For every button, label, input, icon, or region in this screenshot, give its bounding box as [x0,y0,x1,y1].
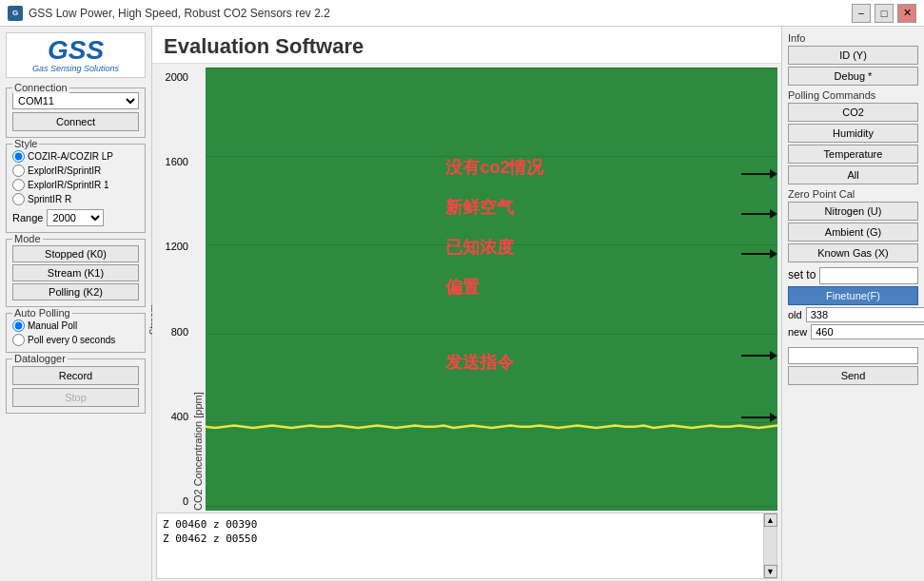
stopped-button[interactable]: Stopped (K0) [12,245,139,262]
scroll-down-button[interactable]: ▼ [764,565,777,578]
annotation-4: 偏置 [445,276,480,299]
style-explor2[interactable]: ExplorIR/SprintIR 1 [12,179,139,191]
y-tick-800: 800 [156,326,190,338]
title-text: GSS Low Power, High Speed, Robust CO2 Se… [29,7,330,20]
humidity-button[interactable]: Humidity [788,124,918,143]
com-port-select[interactable]: COM11 [12,92,139,109]
send-section: Send [788,343,918,385]
titlebar-left: G GSS Low Power, High Speed, Robust CO2 … [8,6,330,21]
send-input[interactable] [788,347,918,364]
datalogger-label: Datalogger [12,353,68,364]
gss-logo: GSS [10,37,141,64]
polling-section: Polling Commands CO2 Humidity Temperatur… [788,89,918,184]
datalogger-group: Datalogger Record Stop [6,358,146,414]
polling-radio-group: Manual Poll Poll every 0 seconds [12,320,139,346]
id-button[interactable]: ID (Y) [788,46,918,65]
all-button[interactable]: All [788,165,918,184]
zero-cal-section: Zero Point Cal Nitrogen (U) Ambient (G) … [788,188,918,339]
polling-button[interactable]: Polling (K2) [12,283,139,300]
new-value-row: new [788,324,918,339]
arrow-3 [741,249,777,259]
co2-chart-svg [206,68,777,511]
mode-label: Mode [12,233,43,244]
arrow-1 [741,169,777,179]
sidebar: GSS Gas Sensing Solutions Connection COM… [0,27,152,581]
y-axis-label: CO2 Concentration [ppm] [190,68,206,511]
connection-group: Connection COM11 Connect [6,87,146,138]
style-group: Style COZIR-A/COZIR LP ExplorIR/SprintIR… [6,144,146,233]
minimize-button[interactable]: − [852,4,871,23]
new-value-input[interactable] [811,324,924,339]
temperature-button[interactable]: Temperature [788,145,918,164]
mode-group: Mode Stopped (K0) Stream (K1) Polling (K… [6,239,146,307]
chart-area: 没有co2情况 新鲜空气 已知浓度 偏置 发送指令 [206,68,777,511]
connection-label: Connection [12,82,69,93]
y-tick-2000: 2000 [156,71,190,83]
old-label: old [788,309,802,320]
log-text: Z 00460 z 00390 Z 00462 z 00550 [157,513,763,578]
new-label: new [788,326,807,338]
info-label: Info [788,32,918,44]
scroll-up-button[interactable]: ▲ [764,513,777,527]
auto-polling-group: Auto Polling Manual Poll Poll every 0 se… [6,313,146,353]
log-line-1: Z 00460 z 00390 [163,517,757,532]
style-explor1-label: ExplorIR/SprintIR [28,165,101,176]
connect-button[interactable]: Connect [12,112,139,131]
log-scrollbar[interactable]: ▲ ▼ [763,513,777,578]
logo-area: GSS Gas Sensing Solutions [6,32,146,78]
arrow-5 [741,413,777,422]
annotation-5: 发送指令 [445,351,514,374]
close-button[interactable]: ✕ [897,4,916,23]
auto-polling-label: Auto Polling [12,307,72,319]
center-panel: Evaluation Software 2000 1600 1200 800 4… [152,27,781,581]
annotation-3: 已知浓度 [445,236,514,259]
style-radio-group: COZIR-A/COZIR LP ExplorIR/SprintIR Explo… [12,150,139,205]
style-explor2-label: ExplorIR/SprintIR 1 [28,180,109,190]
arrow-4 [741,351,777,360]
manual-poll-label: Manual Poll [28,320,77,331]
scroll-track [764,527,777,565]
y-tick-1600: 1600 [156,156,190,167]
titlebar-controls[interactable]: − □ ✕ [852,4,916,23]
send-button[interactable]: Send [788,366,918,385]
set-to-row: set to [788,265,918,284]
stream-button[interactable]: Stream (K1) [12,264,139,281]
maximize-button[interactable]: □ [875,4,894,23]
arrow-2 [741,209,777,219]
gss-subtitle: Gas Sensing Solutions [10,64,141,73]
chart-container: 2000 1600 1200 800 400 0 CO2 Concentrati… [152,64,781,511]
poll-every-label: Poll every 0 seconds [28,335,115,345]
set-to-input[interactable] [819,267,918,284]
debug-button[interactable]: Debug * [788,67,918,86]
nitrogen-button[interactable]: Nitrogen (U) [788,202,918,221]
old-value-input[interactable] [806,307,924,322]
style-explor1[interactable]: ExplorIR/SprintIR [12,165,139,177]
stop-button[interactable]: Stop [12,388,139,407]
chart-wrapper: 2000 1600 1200 800 400 0 CO2 Concentrati… [156,68,777,511]
style-sprint-r-label: SprintIR R [28,194,71,204]
range-label: Range [12,212,43,223]
zero-cal-label: Zero Point Cal [788,188,918,200]
right-panel: Info ID (Y) Debug * Polling Commands CO2… [781,27,924,581]
page-title: Evaluation Software [164,34,770,59]
y-tick-0: 0 [156,495,190,507]
co2-poll-button[interactable]: CO2 [788,103,918,122]
range-select[interactable]: 2000 [47,209,104,226]
style-cozir-a-label: COZIR-A/COZIR LP [28,151,113,162]
ambient-button[interactable]: Ambient (G) [788,223,918,242]
titlebar: G GSS Low Power, High Speed, Robust CO2 … [0,0,924,27]
known-gas-button[interactable]: Known Gas (X) [788,243,918,262]
set-to-label: set to [788,268,816,281]
log-area: Z 00460 z 00390 Z 00462 z 00550 ▲ ▼ [156,513,777,579]
manual-poll-option[interactable]: Manual Poll [12,320,139,332]
record-button[interactable]: Record [12,366,139,385]
y-tick-1200: 1200 [156,241,190,252]
style-cozir-a[interactable]: COZIR-A/COZIR LP [12,150,139,163]
y-axis-ticks: 2000 1600 1200 800 400 0 [156,68,190,511]
finetune-button[interactable]: Finetune(F) [788,286,918,305]
header: Evaluation Software [152,27,781,64]
log-line-2: Z 00462 z 00550 [163,532,757,546]
style-sprint-r[interactable]: SprintIR R [12,193,139,205]
style-label: Style [12,138,39,149]
poll-every-option[interactable]: Poll every 0 seconds [12,334,139,346]
